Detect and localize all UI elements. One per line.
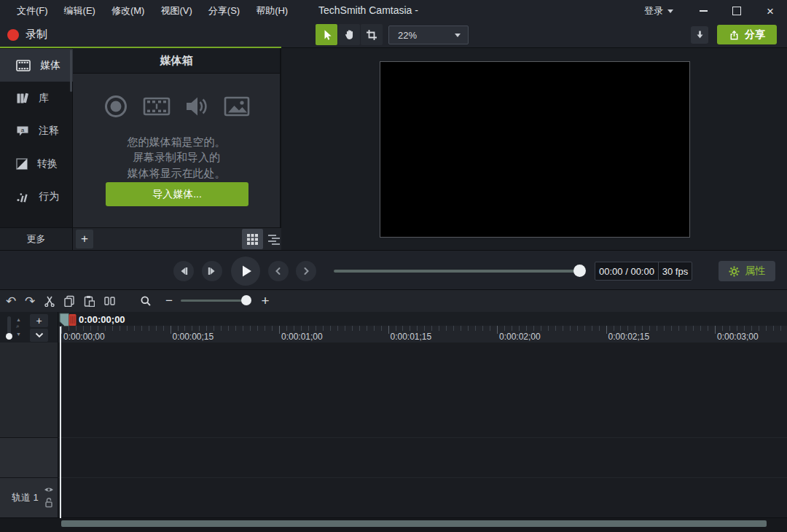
next-clip-button[interactable]: [296, 261, 316, 281]
close-button[interactable]: ×: [753, 0, 787, 22]
sidebar-item-behaviors[interactable]: 行为: [0, 180, 73, 213]
timeline-body: 轨道 1: [0, 343, 787, 517]
media-bin-footer: +: [73, 227, 281, 250]
video-preview[interactable]: [380, 61, 690, 238]
redo-button[interactable]: ↷: [20, 290, 39, 312]
selection-tool-button[interactable]: [316, 24, 337, 45]
ruler-minor-tick: [243, 326, 243, 331]
timeline-toolbar: ↶ ↷: [0, 289, 787, 312]
scrubber-track[interactable]: [334, 270, 584, 273]
record-button[interactable]: 录制: [7, 22, 47, 47]
sidebar-item-label: 注释: [39, 125, 59, 138]
ruler-minor-tick: [228, 326, 229, 331]
add-media-button[interactable]: +: [76, 230, 93, 249]
pan-tool-button[interactable]: [338, 24, 360, 45]
timeline-zoom-handle[interactable]: [241, 295, 251, 305]
ruler-tick-strip: 0:00:00;000:00:00;150:00:01;000:00:01;15…: [58, 326, 787, 343]
ruler-minor-tick: [461, 326, 461, 331]
ruler-label: 0:00:02;15: [608, 332, 650, 342]
maximize-button[interactable]: [720, 0, 753, 22]
copy-button[interactable]: [60, 290, 79, 312]
zoom-out-button[interactable]: −: [163, 290, 175, 312]
ruler-minor-tick: [352, 326, 353, 331]
more-tabs-button[interactable]: 更多: [0, 227, 73, 250]
ruler-minor-tick: [620, 326, 621, 331]
ruler-minor-tick: [149, 326, 149, 331]
track-height-handle[interactable]: [6, 333, 12, 340]
sidebar-item-transitions[interactable]: 转换: [0, 147, 73, 180]
ruler-major-tick: [388, 326, 389, 334]
grid-view-button[interactable]: [242, 229, 263, 249]
redo-icon: ↷: [25, 295, 35, 308]
menu-edit[interactable]: 编辑(E): [56, 4, 103, 17]
play-button[interactable]: [231, 257, 260, 286]
ruler-minor-tick: [482, 326, 483, 331]
ruler-minor-tick: [671, 326, 672, 331]
empty-message-line: 媒体将显示在此处。: [73, 165, 280, 181]
ruler-minor-tick: [780, 326, 781, 331]
step-forward-button[interactable]: [202, 261, 222, 281]
sign-in-button[interactable]: 登录: [644, 0, 673, 22]
menu-share[interactable]: 分享(S): [200, 4, 248, 17]
menu-file[interactable]: 文件(F): [9, 4, 56, 17]
download-button[interactable]: [691, 26, 708, 44]
track-visibility-toggle eye-icon[interactable]: [44, 486, 54, 493]
canvas-area: [281, 48, 787, 250]
hand-icon: [343, 28, 356, 41]
canvas-zoom-dropdown[interactable]: 22%: [388, 26, 469, 44]
zoom-in-button[interactable]: +: [259, 290, 272, 312]
crop-tool-button[interactable]: [361, 24, 383, 45]
lane-divider: [58, 437, 787, 438]
share-button[interactable]: 分享: [717, 25, 777, 44]
sidebar-item-label: 媒体: [40, 59, 60, 72]
track-lock-toggle unlock-icon[interactable]: [44, 497, 53, 508]
sidebar-item-annotations[interactable]: a 注释: [0, 114, 73, 147]
ruler-minor-tick: [156, 326, 157, 331]
timeline-zoom-track[interactable]: [181, 300, 251, 302]
playhead-handle[interactable]: [59, 313, 77, 327]
split-button[interactable]: [100, 290, 119, 312]
list-view-icon: [268, 234, 280, 245]
zoom-in-mini-icon: ▲: [16, 317, 21, 322]
sign-in-label: 登录: [644, 4, 663, 17]
playhead-time: 0:00:00;00: [79, 314, 125, 325]
ruler-minor-tick: [402, 326, 403, 331]
timeline-ruler[interactable]: 0:00:00;000:00:00;150:00:01;000:00:01;15…: [58, 312, 787, 343]
media-bin-panel: 媒体箱: [73, 48, 281, 227]
undo-icon: ↶: [6, 295, 16, 308]
crop-icon: [366, 29, 377, 41]
sidebar-item-media[interactable]: 媒体: [0, 49, 73, 82]
timeline-zoom-button[interactable]: [139, 290, 152, 312]
ruler-minor-tick: [555, 326, 556, 331]
menu-modify[interactable]: 修改(M): [103, 4, 153, 17]
ruler-minor-tick: [759, 326, 759, 331]
frame-rate-display: 30 fps: [658, 262, 692, 280]
ruler-major-tick: [497, 326, 498, 334]
import-media-button[interactable]: 导入媒体...: [106, 182, 248, 206]
chevron-down-icon: [667, 9, 673, 13]
ruler-minor-tick: [90, 326, 91, 331]
ruler-minor-tick: [206, 326, 207, 331]
minimize-button[interactable]: [686, 0, 720, 22]
undo-button[interactable]: ↶: [1, 290, 20, 312]
ruler-label: 0:00:00;15: [173, 332, 214, 342]
sidebar-scrollbar[interactable]: [70, 50, 72, 92]
collapse-tracks-button[interactable]: [30, 329, 48, 342]
cut-button[interactable]: [40, 290, 59, 312]
ruler-major-tick: [606, 326, 607, 334]
ruler-minor-tick: [693, 326, 694, 331]
ruler-minor-tick: [214, 326, 214, 331]
scrubber-handle[interactable]: [573, 265, 586, 277]
horizontal-scrollbar[interactable]: [61, 520, 767, 527]
menu-help[interactable]: 帮助(H): [248, 4, 296, 17]
menu-view[interactable]: 视图(V): [152, 4, 200, 17]
step-back-button[interactable]: [173, 261, 194, 281]
playhead-line[interactable]: [60, 326, 61, 518]
ruler-minor-tick: [410, 326, 410, 331]
previous-clip-button[interactable]: [268, 261, 289, 281]
sidebar-item-library[interactable]: 库: [0, 82, 73, 114]
paste-button[interactable]: [79, 290, 98, 312]
properties-button[interactable]: 属性: [719, 261, 775, 281]
add-track-button[interactable]: +: [30, 314, 48, 327]
play-icon: [238, 263, 254, 279]
